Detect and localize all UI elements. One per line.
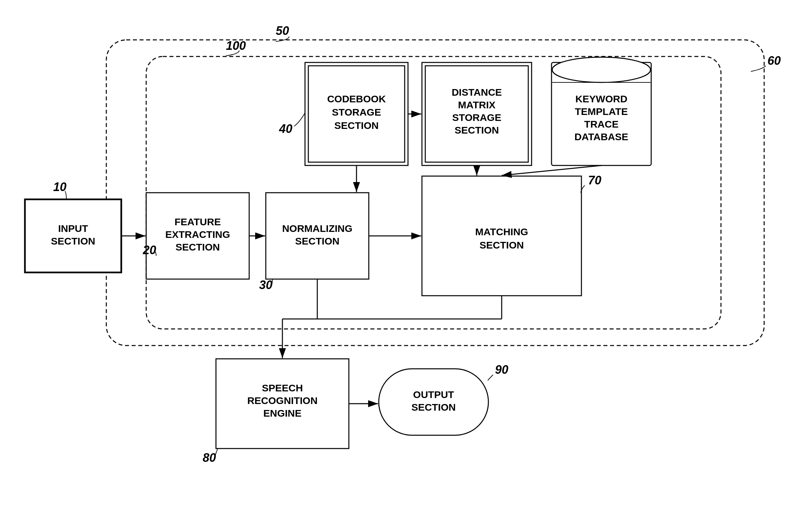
diagram-container: 50 100 60 CODEBOOK STORAGE SECTION 40 DI… [0,0,812,509]
output-text-line2: SECTION [411,402,455,413]
speech-text-line2: RECOGNITION [247,395,317,406]
normalizing-text-line2: SECTION [295,236,339,246]
input-text-line1: INPUT [58,223,88,234]
arrow-keyword-to-matching [502,165,601,175]
codebook-text-line3: SECTION [334,120,378,131]
ref-20-label: 20 [142,243,156,257]
output-text-line1: OUTPUT [413,389,454,400]
ref-30-label: 30 [259,278,272,292]
matching-text-line2: SECTION [479,240,523,250]
keyword-text-line3: TRACE [584,118,618,130]
feature-text-line1: FEATURE [174,216,221,227]
codebook-text-line1: CODEBOOK [327,93,386,104]
codebook-text-line2: STORAGE [332,107,381,117]
distance-text-line4: SECTION [454,125,499,136]
distance-text-line1: DISTANCE [451,87,502,98]
normalizing-text-line1: NORMALIZING [282,223,352,234]
speech-text-line1: SPEECH [262,382,303,394]
keyword-cylinder-top [552,57,650,82]
ref-40-label: 40 [279,122,292,136]
matching-text-line1: MATCHING [475,226,528,237]
ref-70-label: 70 [588,173,601,187]
ref-100-label: 100 [226,39,246,53]
keyword-text-line4: DATABASE [574,131,628,142]
keyword-text-line2: TEMPLATE [575,106,628,117]
distance-text-line3: STORAGE [452,112,501,123]
ref-80-label: 80 [203,451,216,465]
ref-90-label: 90 [495,363,508,376]
ref-10-label: 10 [53,180,66,194]
ref-50-label: 50 [276,24,289,38]
keyword-text-line1: KEYWORD [575,93,628,104]
input-text-line2: SECTION [51,236,95,246]
ref-60-label: 60 [768,54,781,67]
feature-text-line3: SECTION [175,242,219,252]
speech-text-line3: ENGINE [263,408,301,419]
feature-text-line2: EXTRACTING [165,229,230,240]
distance-text-line2: MATRIX [458,99,496,110]
